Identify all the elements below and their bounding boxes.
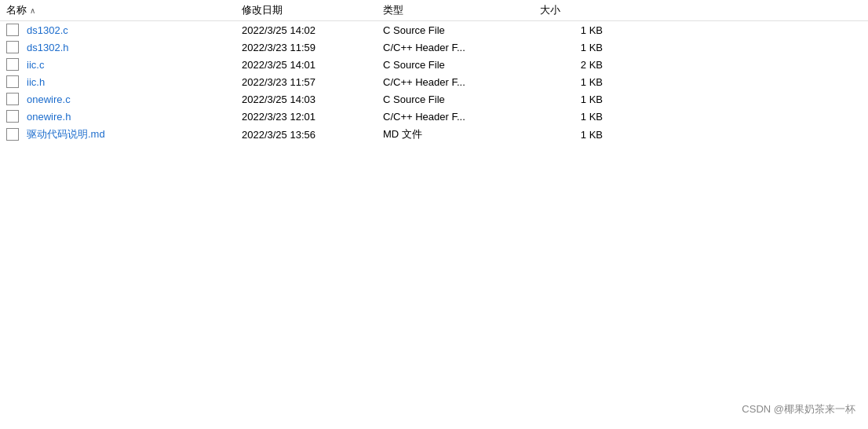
- table-row[interactable]: ds1302.h 2022/3/23 11:59 C/C++ Header F.…: [0, 38, 868, 56]
- file-name-cell: iic.h: [6, 75, 242, 88]
- file-type-cell: C/C++ Header F...: [383, 76, 540, 88]
- file-name-label: ds1302.c: [27, 24, 239, 36]
- file-icon: [6, 41, 19, 53]
- file-size-cell: 1 KB: [540, 42, 618, 53]
- file-date-cell: 2022/3/23 11:59: [242, 42, 383, 53]
- file-name-label: onewire.c: [27, 94, 239, 105]
- file-name-label: ds1302.h: [27, 42, 239, 53]
- col-name-label: 名称: [6, 3, 27, 17]
- sort-arrow-icon: ∧: [30, 6, 35, 15]
- file-size-cell: 1 KB: [540, 129, 618, 141]
- file-name-cell: ds1302.h: [6, 41, 242, 53]
- file-type-cell: C Source File: [383, 94, 540, 105]
- col-header-type[interactable]: 类型: [383, 3, 540, 17]
- file-size-cell: 1 KB: [540, 76, 618, 88]
- table-row[interactable]: 驱动代码说明.md 2022/3/25 13:56 MD 文件 1 KB: [0, 125, 868, 144]
- file-name-cell: iic.c: [6, 58, 242, 71]
- table-row[interactable]: iic.h 2022/3/23 11:57 C/C++ Header F... …: [0, 73, 868, 90]
- table-row[interactable]: iic.c 2022/3/25 14:01 C Source File 2 KB: [0, 56, 868, 73]
- file-type-cell: C/C++ Header F...: [383, 111, 540, 123]
- table-row[interactable]: onewire.h 2022/3/23 12:01 C/C++ Header F…: [0, 108, 868, 125]
- file-date-cell: 2022/3/25 14:02: [242, 24, 383, 36]
- file-size-cell: 1 KB: [540, 94, 618, 105]
- watermark: CSDN @椰果奶茶来一杯: [742, 402, 855, 416]
- file-type-cell: C Source File: [383, 24, 540, 36]
- file-icon: [6, 110, 19, 123]
- file-date-cell: 2022/3/25 14:03: [242, 94, 383, 105]
- file-type-cell: C/C++ Header F...: [383, 42, 540, 53]
- file-size-cell: 1 KB: [540, 111, 618, 123]
- file-date-cell: 2022/3/25 14:01: [242, 59, 383, 71]
- file-name-cell: onewire.c: [6, 93, 242, 105]
- file-icon: [6, 24, 19, 36]
- file-name-cell: ds1302.c: [6, 24, 242, 36]
- file-size-cell: 2 KB: [540, 59, 618, 71]
- file-date-cell: 2022/3/23 11:57: [242, 76, 383, 88]
- file-size-cell: 1 KB: [540, 24, 618, 36]
- file-type-cell: C Source File: [383, 59, 540, 71]
- file-name-cell: onewire.h: [6, 110, 242, 123]
- file-icon: [6, 128, 19, 141]
- file-date-cell: 2022/3/23 12:01: [242, 111, 383, 123]
- file-list: ds1302.c 2022/3/25 14:02 C Source File 1…: [0, 21, 868, 144]
- file-explorer: 名称 ∧ 修改日期 类型 大小 ds1302.c 2022/3/25 14:02…: [0, 0, 868, 429]
- table-row[interactable]: onewire.c 2022/3/25 14:03 C Source File …: [0, 90, 868, 108]
- col-header-name[interactable]: 名称 ∧: [6, 3, 242, 17]
- file-icon: [6, 93, 19, 105]
- col-header-date[interactable]: 修改日期: [242, 3, 383, 17]
- file-type-cell: MD 文件: [383, 127, 540, 141]
- file-name-label: onewire.h: [27, 111, 239, 123]
- file-icon: [6, 58, 19, 71]
- file-name-label: 驱动代码说明.md: [27, 127, 239, 141]
- table-row[interactable]: ds1302.c 2022/3/25 14:02 C Source File 1…: [0, 21, 868, 38]
- table-header: 名称 ∧ 修改日期 类型 大小: [0, 0, 868, 21]
- file-name-label: iic.h: [27, 76, 239, 88]
- file-name-cell: 驱动代码说明.md: [6, 127, 242, 141]
- file-date-cell: 2022/3/25 13:56: [242, 129, 383, 141]
- file-name-label: iic.c: [27, 59, 239, 71]
- col-header-size[interactable]: 大小: [540, 3, 618, 17]
- file-icon: [6, 75, 19, 88]
